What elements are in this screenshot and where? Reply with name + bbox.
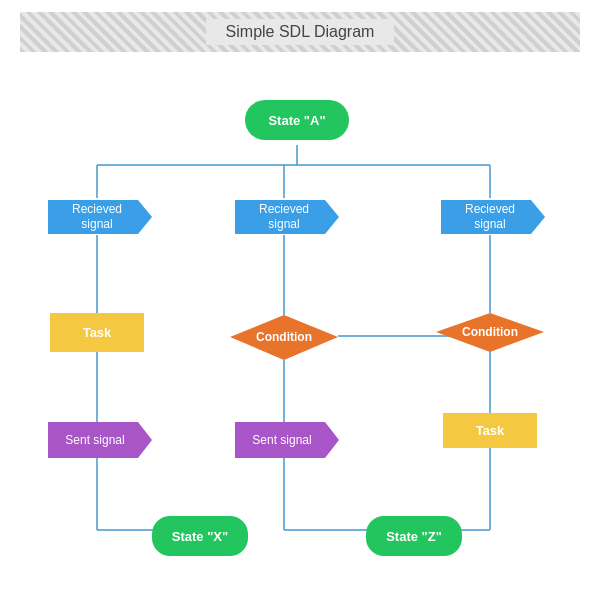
recv-right-label2: signal bbox=[474, 217, 505, 231]
cond-mid-label: Condition bbox=[256, 330, 312, 344]
task-left-label: Task bbox=[83, 325, 112, 340]
sent-mid-label: Sent signal bbox=[252, 433, 311, 447]
recv-mid-label: Recieved bbox=[259, 202, 309, 216]
stateA-label: State "A" bbox=[268, 113, 325, 128]
sent-left-label: Sent signal bbox=[65, 433, 124, 447]
stateZ-label: State "Z" bbox=[386, 529, 442, 544]
diagram: State "A" Recieved signal Recieved signa… bbox=[0, 0, 600, 600]
recv-left-label2: signal bbox=[81, 217, 112, 231]
stateX-label: State "X" bbox=[172, 529, 228, 544]
recv-mid-label2: signal bbox=[268, 217, 299, 231]
task-right-label: Task bbox=[476, 423, 505, 438]
cond-right-label: Condition bbox=[462, 325, 518, 339]
recv-right-label: Recieved bbox=[465, 202, 515, 216]
recv-left-label: Recieved bbox=[72, 202, 122, 216]
